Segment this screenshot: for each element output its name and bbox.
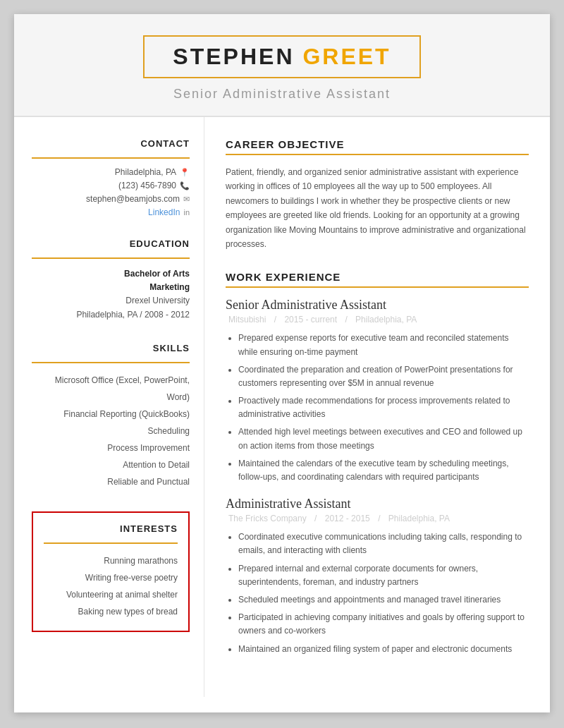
separator-icon: /: [314, 514, 319, 523]
bullet-item: Proactively made recommendations for pro…: [238, 394, 529, 421]
degree-field: Marketing: [32, 281, 190, 294]
career-objective-divider: [226, 154, 529, 155]
job-period-1: 2015 - current: [284, 315, 337, 324]
skills-list: Microsoft Office (Excel, PowerPoint, Wor…: [32, 372, 190, 490]
work-experience-section: WORK EXPERIENCE Senior Administrative As…: [226, 271, 529, 655]
job-entry-2: Administrative Assistant The Fricks Comp…: [226, 497, 529, 656]
location-icon: 📍: [180, 168, 190, 177]
career-objective-section: CAREER OBJECTIVE Patient, friendly, and …: [226, 138, 529, 251]
interest-item: Writing free-verse poetry: [44, 569, 178, 586]
contact-email: stephen@beamjobs.com ✉: [32, 194, 190, 204]
separator-icon: /: [378, 514, 383, 523]
bullet-item: Coordinated executive communications inc…: [238, 530, 529, 557]
contact-linkedin[interactable]: LinkedIn in: [32, 207, 190, 217]
skills-divider: [32, 362, 190, 363]
last-name: GREET: [302, 44, 391, 69]
degree-name: Bachelor of Arts: [32, 267, 190, 281]
contact-email-text: stephen@beamjobs.com: [86, 194, 180, 204]
bullet-item: Prepared expense reports for executive t…: [238, 332, 529, 358]
education-section: EDUCATION Bachelor of Arts Marketing Dre…: [32, 238, 190, 322]
work-experience-title: WORK EXPERIENCE: [226, 271, 529, 283]
job-meta-1: Mitsubishi / 2015 - current / Philadelph…: [226, 315, 529, 324]
left-column: CONTACT Philadelphia, PA 📍 (123) 456-789…: [14, 117, 204, 697]
name-box: STEPHEN GREET: [143, 35, 420, 78]
phone-icon: 📞: [180, 181, 190, 190]
skill-item: Process Improvement: [32, 439, 190, 456]
contact-city: Philadelphia, PA 📍: [32, 167, 190, 177]
education-details: Bachelor of Arts Marketing Drexel Univer…: [32, 267, 190, 322]
job-company-1: Mitsubishi: [228, 315, 266, 324]
interest-item: Baking new types of bread: [44, 603, 178, 620]
full-name: STEPHEN GREET: [173, 44, 391, 70]
work-experience-divider: [226, 286, 529, 288]
education-title: EDUCATION: [32, 238, 190, 249]
edu-location-year: Philadelphia, PA / 2008 - 2012: [32, 308, 190, 322]
job-bullets-2: Coordinated executive communications inc…: [238, 530, 529, 656]
first-name: STEPHEN: [173, 44, 294, 69]
skill-item: Microsoft Office (Excel, PowerPoint, Wor…: [32, 372, 190, 406]
career-objective-title: CAREER OBJECTIVE: [226, 138, 529, 150]
skill-item: Scheduling: [32, 423, 190, 439]
job-period-2: 2012 - 2015: [325, 514, 370, 523]
bullet-item: Prepared internal and external corporate…: [238, 562, 529, 589]
university-name: Drexel University: [32, 294, 190, 308]
job-meta-2: The Fricks Company / 2012 - 2015 / Phila…: [226, 514, 529, 523]
contact-phone: (123) 456-7890 📞: [32, 181, 190, 190]
job-title-1: Senior Administrative Assistant: [226, 298, 529, 313]
linkedin-icon: in: [183, 208, 190, 217]
interests-divider: [44, 542, 178, 544]
email-icon: ✉: [183, 195, 190, 204]
skills-title: SKILLS: [32, 343, 190, 353]
skill-item: Attention to Detail: [32, 456, 190, 473]
right-column: CAREER OBJECTIVE Patient, friendly, and …: [204, 117, 550, 697]
job-location-1: Philadelphia, PA: [355, 315, 417, 324]
separator-icon: /: [345, 315, 350, 324]
resume-container: STEPHEN GREET Senior Administrative Assi…: [14, 14, 550, 712]
skill-item: Financial Reporting (QuickBooks): [32, 406, 190, 423]
interest-item: Volunteering at animal shelter: [44, 586, 178, 603]
interests-list: Running marathons Writing free-verse poe…: [44, 552, 178, 620]
job-title: Senior Administrative Assistant: [28, 87, 536, 102]
interest-item: Running marathons: [44, 552, 178, 569]
skill-item: Reliable and Punctual: [32, 473, 190, 490]
bullet-item: Scheduled meetings and appointments and …: [238, 593, 529, 607]
resume-header: STEPHEN GREET Senior Administrative Assi…: [14, 14, 550, 117]
bullet-item: Attended high level meetings between exe…: [238, 425, 529, 452]
career-objective-text: Patient, friendly, and organized senior …: [226, 165, 529, 251]
bullet-item: Maintained an organized filing system of…: [238, 643, 529, 656]
separator-icon: /: [274, 315, 279, 324]
resume-body: CONTACT Philadelphia, PA 📍 (123) 456-789…: [14, 117, 550, 697]
linkedin-link[interactable]: LinkedIn: [148, 207, 180, 217]
contact-city-text: Philadelphia, PA: [115, 167, 176, 177]
contact-divider: [32, 157, 190, 159]
bullet-item: Participated in achieving company initia…: [238, 611, 529, 638]
job-location-2: Philadelphia, PA: [388, 514, 450, 523]
bullet-item: Maintained the calendars of the executiv…: [238, 457, 529, 484]
bullet-item: Coordinated the preparation and creation…: [238, 363, 529, 390]
job-title-2: Administrative Assistant: [226, 497, 529, 511]
interests-section: INTERESTS Running marathons Writing free…: [32, 511, 190, 632]
education-divider: [32, 257, 190, 259]
job-bullets-1: Prepared expense reports for executive t…: [238, 332, 529, 484]
interests-title: INTERESTS: [44, 523, 178, 534]
contact-phone-text: (123) 456-7890: [118, 181, 176, 190]
job-entry-1: Senior Administrative Assistant Mitsubis…: [226, 298, 529, 484]
skills-section: SKILLS Microsoft Office (Excel, PowerPoi…: [32, 343, 190, 490]
contact-title: CONTACT: [32, 138, 190, 149]
job-company-2: The Fricks Company: [228, 514, 307, 523]
contact-section: CONTACT Philadelphia, PA 📍 (123) 456-789…: [32, 138, 190, 217]
